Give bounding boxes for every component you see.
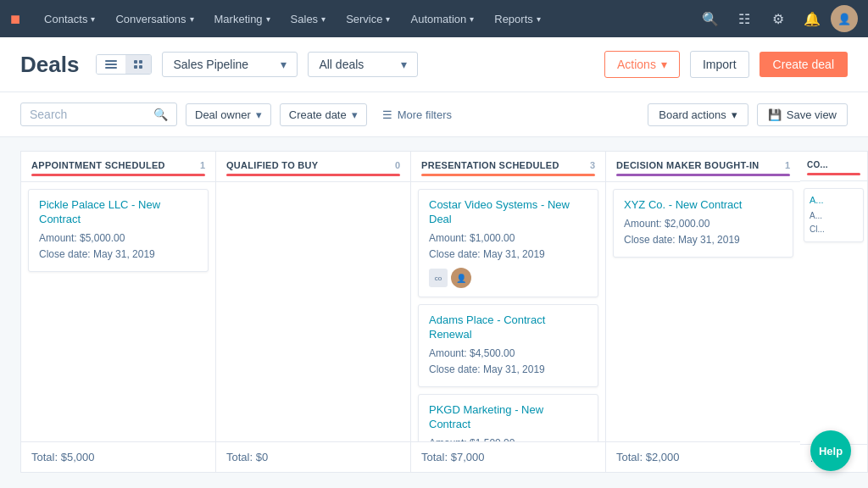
list-view-button[interactable]: [97, 55, 125, 74]
board-actions-chevron-icon: ▾: [732, 108, 737, 121]
column-qualified-to-buy: QUALIFIED TO BUY 0 Total: $0: [215, 151, 410, 473]
column-count: 3: [590, 160, 595, 170]
notifications-icon[interactable]: 🔔: [797, 3, 827, 34]
column-cards: XYZ Co. - New Contract Amount: $2,000.00…: [606, 182, 800, 441]
grid-icon: [134, 60, 142, 69]
deal-amount: Amount: $1,000.00: [429, 230, 587, 247]
column-bar: [226, 174, 400, 176]
all-deals-label: All deals: [319, 58, 364, 71]
column-bar: [421, 174, 595, 176]
column-count: 0: [395, 160, 400, 170]
person-avatar: 👤: [451, 268, 471, 288]
column-footer: Total: $7,000: [411, 441, 605, 472]
column-count: 1: [785, 160, 790, 170]
reports-chevron-icon: ▾: [537, 14, 541, 24]
page-title: Deals: [20, 52, 79, 78]
nav-item-service[interactable]: Service ▾: [336, 0, 400, 37]
deal-card[interactable]: A... A... Cl...: [804, 188, 864, 242]
deal-close-date: Cl...: [810, 223, 858, 236]
column-cards: A... A... Cl...: [800, 181, 867, 444]
deal-card[interactable]: PKGD Marketing - New Contract Amount: $1…: [418, 394, 598, 441]
board-actions-label: Board actions: [659, 108, 726, 121]
automation-chevron-icon: ▾: [470, 14, 474, 24]
nav-item-reports[interactable]: Reports ▾: [484, 0, 551, 37]
deal-card[interactable]: Costar Video Systems - New Deal Amount: …: [418, 189, 598, 297]
search-box[interactable]: 🔍: [20, 103, 177, 126]
deal-card[interactable]: Pickle Palace LLC - New Contract Amount:…: [28, 189, 209, 272]
deal-amount: Amount: $1,500.00: [429, 435, 587, 441]
actions-chevron-icon: ▾: [661, 58, 667, 71]
column-total: Total: $2,000: [616, 451, 679, 463]
column-header: CO...: [800, 152, 867, 181]
import-button[interactable]: Import: [690, 51, 749, 78]
save-icon: 💾: [768, 108, 782, 121]
column-header: QUALIFIED TO BUY 0: [216, 152, 410, 182]
settings-icon[interactable]: ⚙: [763, 3, 793, 34]
card-avatars: co 👤: [429, 268, 587, 288]
column-appointment-scheduled: APPOINTMENT SCHEDULED 1 Pickle Palace LL…: [20, 151, 215, 473]
nav-items-list: Contacts ▾ Conversations ▾ Marketing ▾ S…: [34, 0, 695, 37]
top-navigation: ■ Contacts ▾ Conversations ▾ Marketing ▾…: [0, 0, 868, 37]
all-deals-selector[interactable]: All deals ▾: [308, 52, 418, 77]
deal-card[interactable]: XYZ Co. - New Contract Amount: $2,000.00…: [613, 189, 793, 258]
column-title: CO...: [807, 160, 828, 169]
deal-close-date: Close date: May 31, 2019: [429, 362, 587, 378]
create-date-label: Create date: [289, 108, 347, 121]
column-cards: Pickle Palace LLC - New Contract Amount:…: [21, 182, 215, 441]
deal-title: Costar Video Systems - New Deal: [429, 198, 587, 227]
actions-button[interactable]: Actions ▾: [604, 51, 680, 78]
nav-item-automation[interactable]: Automation ▾: [400, 0, 484, 37]
help-button[interactable]: Help: [810, 430, 851, 471]
create-date-filter[interactable]: Create date ▾: [280, 103, 367, 126]
pipeline-selector[interactable]: Sales Pipeline ▾: [162, 52, 298, 77]
column-footer: Total: $2,000: [606, 441, 800, 472]
column-total: Total: $5,000: [31, 451, 94, 463]
page-header: Deals Sales Pipeline ▾ All deals ▾ Actio…: [0, 37, 868, 92]
column-decision-maker: DECISION MAKER BOUGHT-IN 1 XYZ Co. - New…: [605, 151, 800, 473]
sales-chevron-icon: ▾: [321, 14, 326, 24]
hubspot-logo[interactable]: ■: [10, 9, 20, 29]
marketplace-icon[interactable]: ☷: [729, 3, 760, 34]
column-total: Total: $0: [226, 451, 268, 463]
deal-owner-filter[interactable]: Deal owner ▾: [186, 103, 271, 126]
search-input[interactable]: [30, 108, 148, 121]
column-title: PRESENTATION SCHEDULED: [421, 160, 559, 170]
column-title: DECISION MAKER BOUGHT-IN: [616, 160, 760, 170]
column-partial: CO... A... A... Cl... ...: [800, 151, 868, 473]
grid-view-button[interactable]: [125, 55, 151, 74]
more-filters-icon: ☰: [382, 108, 392, 121]
column-cards: [216, 182, 410, 441]
column-footer: Total: $5,000: [21, 441, 215, 472]
filter-bar: 🔍 Deal owner ▾ Create date ▾ ☰ More filt…: [0, 92, 868, 137]
save-view-button[interactable]: 💾 Save view: [757, 103, 848, 126]
column-count: 1: [200, 160, 205, 170]
deal-owner-chevron-icon: ▾: [256, 108, 262, 121]
deal-close-date: Close date: May 31, 2019: [429, 247, 587, 263]
pipeline-chevron-icon: ▾: [281, 58, 287, 71]
search-icon: 🔍: [153, 108, 168, 121]
deal-title: Pickle Palace LLC - New Contract: [39, 198, 198, 227]
nav-item-marketing[interactable]: Marketing ▾: [204, 0, 281, 37]
column-header: DECISION MAKER BOUGHT-IN 1: [606, 152, 800, 182]
deal-close-date: Close date: May 31, 2019: [39, 247, 198, 263]
search-icon[interactable]: 🔍: [695, 3, 726, 34]
nav-item-sales[interactable]: Sales ▾: [281, 0, 337, 37]
kanban-board: APPOINTMENT SCHEDULED 1 Pickle Palace LL…: [0, 137, 868, 486]
column-header: APPOINTMENT SCHEDULED 1: [21, 152, 215, 182]
deal-title: PKGD Marketing - New Contract: [429, 403, 587, 432]
nav-item-contacts[interactable]: Contacts ▾: [34, 0, 105, 37]
board-actions-button[interactable]: Board actions ▾: [648, 103, 748, 126]
column-title: QUALIFIED TO BUY: [226, 160, 319, 170]
all-deals-chevron-icon: ▾: [401, 58, 407, 71]
column-cards: Costar Video Systems - New Deal Amount: …: [411, 182, 605, 441]
user-avatar[interactable]: 👤: [831, 5, 858, 32]
create-date-chevron-icon: ▾: [352, 108, 358, 121]
more-filters-button[interactable]: ☰ More filters: [376, 104, 459, 125]
nav-item-conversations[interactable]: Conversations ▾: [105, 0, 203, 37]
create-deal-button[interactable]: Create deal: [760, 52, 848, 77]
deal-amount: Amount: $2,000.00: [624, 216, 782, 232]
deal-card[interactable]: Adams Place - Contract Renewal Amount: $…: [418, 304, 598, 387]
deal-amount: A...: [810, 209, 858, 223]
column-bar: [616, 174, 790, 176]
column-footer: Total: $0: [216, 441, 410, 472]
